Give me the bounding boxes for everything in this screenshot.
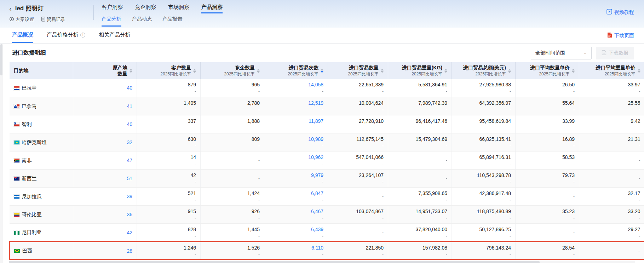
- growth-value: -: [456, 179, 511, 185]
- sort-asc-icon[interactable]: [321, 69, 323, 70]
- column-header-import-trade-quantity[interactable]: 进口贸易数量2025同比增长率: [328, 62, 388, 79]
- growth-sub-label: 2025同比增长率: [596, 72, 636, 77]
- trade-times-link[interactable]: 6,110: [269, 244, 323, 252]
- tab-product-overview[interactable]: 产品概况: [12, 28, 33, 43]
- origin-count-link[interactable]: 42: [77, 225, 132, 240]
- customer-count-cell: 879-: [137, 79, 201, 97]
- subnav-product-analysis[interactable]: 产品分析: [102, 16, 121, 27]
- column-header-customer-count[interactable]: 客户数量2025同比增长率: [137, 62, 201, 79]
- trade-times-link[interactable]: 6,847: [269, 189, 323, 197]
- sort-asc-icon[interactable]: [193, 69, 196, 70]
- target-icon: [9, 17, 14, 23]
- scheme-settings-link-label: 方案设置: [16, 16, 34, 23]
- column-header-import-trade-times[interactable]: 进口贸易次数2025同比增长率: [264, 62, 328, 79]
- column-header-import-avg-weight-price[interactable]: 进口平均重量单价2025同比增长率: [579, 62, 644, 79]
- sort-asc-icon[interactable]: [257, 69, 260, 70]
- sort-desc-icon[interactable]: [130, 71, 132, 73]
- origin-count-cell: 39: [73, 187, 137, 205]
- origin-count-link[interactable]: 51: [77, 171, 132, 185]
- download-page-link[interactable]: 下载页面: [607, 28, 634, 44]
- sort-asc-icon[interactable]: [638, 69, 640, 70]
- origin-count-link[interactable]: 47: [77, 153, 132, 167]
- horizontal-scrollbar[interactable]: [9, 261, 635, 263]
- nav-product-insight[interactable]: 产品洞察: [201, 4, 223, 13]
- column-header-competitor-count[interactable]: 竞企数量2025同比增长率: [201, 62, 264, 79]
- vertical-scrollbar-thumb[interactable]: [0, 44, 2, 75]
- subnav-product-dynamics[interactable]: 产品动态: [132, 16, 152, 27]
- sort-desc-icon[interactable]: [257, 71, 260, 73]
- tab-related-product-analysis[interactable]: 相关产品分析: [99, 28, 131, 43]
- origin-count-link[interactable]: 41: [77, 99, 132, 113]
- sort-control-import-avg-weight-price[interactable]: [638, 69, 640, 73]
- vertical-scrollbar[interactable]: [0, 44, 3, 263]
- growth-value: -: [456, 215, 511, 221]
- video-tutorial-link[interactable]: 视频教程: [606, 9, 634, 16]
- subnav-product-report[interactable]: 产品报告: [162, 16, 182, 27]
- time-range-select[interactable]: 全部时间范围 ⌄: [531, 47, 592, 59]
- trade-times-link[interactable]: 11,897: [269, 117, 323, 125]
- cell-value: 110,543,298.78: [456, 171, 511, 179]
- sort-control-import-trade-times[interactable]: [321, 69, 323, 73]
- import-avg-weight-price-cell: 25.55-: [579, 97, 644, 115]
- sort-control-import-trade-quantity[interactable]: [381, 69, 384, 73]
- column-header-import-trade-weight[interactable]: 进口贸易重量(KG)2025同比增长率: [388, 62, 452, 79]
- trade-times-link[interactable]: 6,467: [269, 207, 323, 215]
- sort-control-customer-count[interactable]: [193, 69, 196, 73]
- cell-value: 221,850: [332, 244, 384, 252]
- trade-times-link[interactable]: 10,962: [269, 153, 323, 161]
- trade-times-link[interactable]: 6,439: [269, 225, 323, 233]
- origin-count-link[interactable]: 28: [77, 244, 132, 258]
- trade-times-link[interactable]: 12,519: [269, 99, 323, 107]
- trade-times-link[interactable]: 14,058: [269, 81, 323, 88]
- sort-control-import-trade-weight[interactable]: [444, 69, 447, 73]
- flag-icon-kz: [14, 141, 19, 144]
- sort-desc-icon[interactable]: [444, 71, 447, 73]
- column-header-import-trade-amount[interactable]: 进口贸易总额(美元)2025同比增长率: [452, 62, 516, 79]
- import-trade-quantity-cell: 10,004,624-: [328, 97, 388, 115]
- sort-asc-icon[interactable]: [130, 69, 132, 70]
- sort-desc-icon[interactable]: [508, 71, 511, 73]
- sort-desc-icon[interactable]: [321, 71, 323, 73]
- download-data-button[interactable]: 下载数据: [596, 47, 634, 59]
- sort-control-import-trade-amount[interactable]: [508, 69, 511, 73]
- sort-asc-icon[interactable]: [572, 69, 575, 70]
- origin-count-link[interactable]: 36: [77, 207, 132, 222]
- competitor-count-cell: 1,445-: [201, 223, 264, 241]
- sort-asc-icon[interactable]: [381, 69, 384, 70]
- scheme-settings-link[interactable]: 方案设置: [9, 16, 34, 23]
- sort-desc-icon[interactable]: [381, 71, 384, 73]
- growth-value: -: [520, 161, 575, 167]
- origin-count-link[interactable]: 40: [77, 81, 132, 95]
- trade-times-link[interactable]: 9,979: [269, 171, 323, 179]
- trade-times-link[interactable]: 10,989: [269, 135, 323, 143]
- origin-count-link[interactable]: 40: [77, 117, 132, 131]
- sort-control-import-avg-quantity-price[interactable]: [572, 69, 575, 73]
- column-label-import-trade-quantity: 进口贸易数量2025同比增长率: [348, 65, 379, 77]
- column-header-origin-count[interactable]: 原产地数量: [73, 62, 137, 79]
- sort-desc-icon[interactable]: [638, 71, 640, 73]
- import-trade-weight-cell: -: [388, 169, 452, 187]
- video-tutorial-label: 视频教程: [614, 9, 634, 16]
- back-icon[interactable]: ‹: [9, 5, 12, 12]
- growth-sub-label: 2025同比增长率: [224, 72, 255, 77]
- origin-count-link[interactable]: 32: [77, 135, 132, 149]
- nav-competitor-insight[interactable]: 竞企洞察: [135, 4, 156, 13]
- sort-asc-icon[interactable]: [508, 69, 511, 70]
- sort-control-origin-count[interactable]: [130, 69, 132, 73]
- cell-value: 32.17: [583, 189, 640, 197]
- header-divider: [93, 5, 94, 20]
- sort-desc-icon[interactable]: [572, 71, 575, 73]
- nav-market-insight[interactable]: 市场洞察: [168, 4, 189, 13]
- info-icon[interactable]: i: [80, 33, 85, 38]
- sort-asc-icon[interactable]: [444, 69, 447, 70]
- tab-product-price-analysis-label: 产品价格分析: [47, 32, 79, 38]
- horizontal-scrollbar-thumb[interactable]: [9, 261, 540, 263]
- trade-records-link[interactable]: 贸易记录: [41, 16, 65, 23]
- sort-desc-icon[interactable]: [193, 71, 196, 73]
- nav-customer-insight[interactable]: 客户洞察: [102, 4, 123, 13]
- sort-control-competitor-count[interactable]: [257, 69, 260, 73]
- growth-value: -: [205, 125, 260, 131]
- column-header-import-avg-quantity-price[interactable]: 进口平均数量单价2025同比增长率: [516, 62, 579, 79]
- origin-count-link[interactable]: 39: [77, 189, 132, 204]
- tab-product-price-analysis[interactable]: 产品价格分析i: [47, 28, 85, 43]
